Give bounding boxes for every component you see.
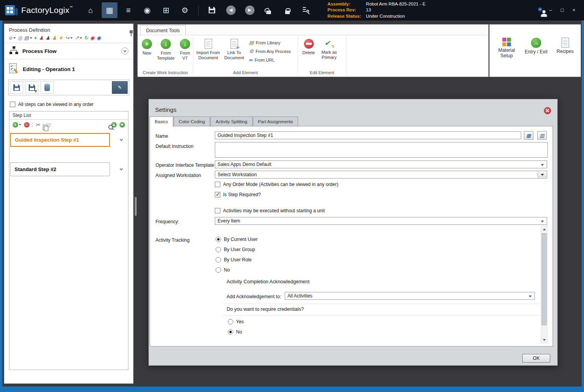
no-unit-option[interactable]: Activities may be executed without start… (215, 208, 325, 213)
radio-by-current-user[interactable] (216, 237, 221, 242)
lock-button[interactable] (280, 2, 295, 18)
process-steps-button[interactable]: ≡ (121, 2, 136, 18)
cut-step-button[interactable]: ✂ (35, 122, 40, 128)
from-any-process-button[interactable]: ⚙ From Any Process (249, 47, 291, 55)
operator-template-select[interactable]: Sales Apps Demo Default (215, 160, 547, 168)
mark-as-primary-button[interactable]: ✂✔✎ Mark as Primary (318, 38, 341, 60)
scrollbar-thumb[interactable] (542, 233, 547, 325)
name-field-grid-button[interactable]: ▦ (524, 131, 533, 140)
radio-credentials-yes[interactable] (228, 319, 233, 325)
tab-part-assignments[interactable]: Part Assignments (253, 117, 298, 126)
step-expand-chevron-icon[interactable] (120, 138, 123, 141)
documents-button[interactable]: ⊞ (158, 2, 174, 18)
radio-by-user-group[interactable] (216, 247, 221, 252)
maximize-button[interactable]: □ (561, 7, 564, 13)
tab-basics[interactable]: Basics (150, 117, 173, 126)
send-button[interactable]: ↗ (75, 35, 82, 40)
save-operation-button[interactable] (10, 81, 23, 94)
ribbon-tabstrip: Document Tools (137, 24, 489, 35)
delete-element-button[interactable]: Delete (300, 38, 318, 55)
delete-operation-button[interactable] (40, 81, 54, 94)
import-from-document-button[interactable]: Import From Document (195, 38, 222, 60)
any-order-option[interactable]: All steps can be viewed in any order (4, 98, 133, 110)
quality-award-button[interactable]: ★ (59, 35, 63, 40)
ok-button[interactable]: OK (522, 354, 550, 363)
dialog-close-button[interactable] (544, 107, 551, 114)
scroll-up-button[interactable] (541, 226, 547, 232)
save-button[interactable] (204, 2, 220, 18)
minimize-button[interactable]: – (549, 7, 552, 13)
tracking-option-user-group[interactable]: By User Group (216, 247, 255, 252)
forward-button[interactable]: ▶ (242, 2, 258, 18)
radio-tracking-no[interactable] (216, 267, 221, 273)
audit-search-button[interactable] (298, 2, 314, 18)
tracking-option-no[interactable]: No (216, 267, 230, 273)
credentials-option-yes[interactable]: Yes (228, 319, 244, 325)
panel-splitter-handle[interactable] (135, 197, 137, 216)
workstation-select[interactable]: Select Workstation (215, 171, 547, 179)
move-step-down-button[interactable] (119, 122, 125, 128)
entry-exit-button[interactable]: → Entry / Exit (523, 36, 549, 55)
collapse-section-button[interactable] (121, 47, 128, 55)
tracking-option-current-user[interactable]: By Current User (216, 237, 258, 242)
pause-button[interactable]: ◉ (97, 35, 101, 40)
name-input[interactable]: Guided Inspection Step #1 (215, 131, 521, 139)
new-instruction-button[interactable]: + New (139, 38, 154, 56)
refresh-button[interactable]: ↻ (84, 35, 88, 40)
from-v7-button[interactable]: ↓ From V7 (177, 38, 193, 60)
home-button[interactable]: ⌂ (83, 2, 99, 18)
tab-activity-splitting[interactable]: Activity Splitting (211, 117, 253, 126)
workstation-dropdown-button[interactable] (538, 171, 546, 178)
button-label: New (141, 51, 153, 56)
any-order-mode-checkbox[interactable] (215, 182, 220, 187)
credentials-option-no[interactable]: No (228, 329, 242, 335)
step-item-guided-inspection[interactable]: Guided Inspection Step #1 (10, 133, 110, 147)
link-to-document-button[interactable]: ∞ Link To Document (222, 38, 247, 60)
remove-step-button[interactable]: – (24, 122, 29, 128)
user-alert-button[interactable]: ♟ (39, 35, 44, 40)
import-operation-button[interactable] (25, 81, 38, 94)
radio-by-user-role[interactable] (216, 257, 221, 263)
step-item-standard[interactable]: Standard Step #2 (10, 162, 110, 176)
from-library-button[interactable]: ▤ From Library (249, 38, 291, 47)
recipes-button[interactable]: Recipes (554, 36, 576, 55)
scroll-down-button[interactable] (541, 337, 547, 343)
unlock-button[interactable] (261, 2, 276, 18)
web-view-button[interactable]: ◎ (18, 35, 22, 40)
from-url-button[interactable]: ∞ From URL (249, 56, 291, 64)
ack-select[interactable]: All Activities (285, 292, 535, 300)
add-link-button[interactable]: + (34, 35, 37, 40)
process-flow-header[interactable]: Process Flow (4, 43, 133, 59)
close-button[interactable]: × (572, 7, 575, 13)
radio-credentials-no[interactable] (228, 329, 233, 335)
factorylogix-logo-icon (5, 4, 18, 17)
step-required-option[interactable]: Is Step Required? (215, 192, 261, 197)
assign-user-button[interactable]: ♟ (46, 35, 50, 40)
step-expand-chevron-icon[interactable] (120, 167, 123, 170)
share-button[interactable]: ↪ (65, 35, 73, 40)
edit-mode-button[interactable]: ✎ (112, 81, 128, 94)
step-required-checkbox[interactable] (215, 192, 220, 197)
tab-color-coding[interactable]: Color Coding (174, 117, 210, 126)
print-button[interactable]: ▤ (24, 35, 32, 40)
operator-button[interactable]: ♟ (52, 35, 57, 40)
settings-button[interactable]: ⚙ (177, 2, 193, 18)
dialog-scrollbar[interactable] (541, 226, 547, 343)
add-step-button[interactable]: + (13, 122, 21, 128)
no-unit-checkbox[interactable] (215, 208, 220, 213)
group-label: Add Element (193, 69, 298, 77)
stop-button[interactable]: ◉ (90, 35, 94, 40)
back-button[interactable]: ◀ (223, 2, 239, 18)
tab-document-tools[interactable]: Document Tools (140, 25, 186, 35)
navigator-button[interactable]: ◉ (139, 2, 155, 18)
tracking-option-user-role[interactable]: By User Role (216, 257, 252, 263)
from-template-button[interactable]: ↓ From Template (154, 38, 177, 60)
name-field-translate-button[interactable]: ▥ (537, 131, 547, 140)
any-order-checkbox[interactable] (10, 102, 15, 107)
default-instruction-textarea[interactable] (215, 142, 548, 158)
any-order-mode-option[interactable]: Any Order Mode (Activities can be viewed… (215, 182, 338, 187)
material-setup-button[interactable]: Material Setup (495, 36, 518, 59)
frequency-select[interactable]: Every Item (215, 217, 547, 225)
nav-options-button[interactable]: ⊕ (8, 35, 16, 40)
work-instructions-button[interactable]: ▦ (102, 2, 117, 18)
